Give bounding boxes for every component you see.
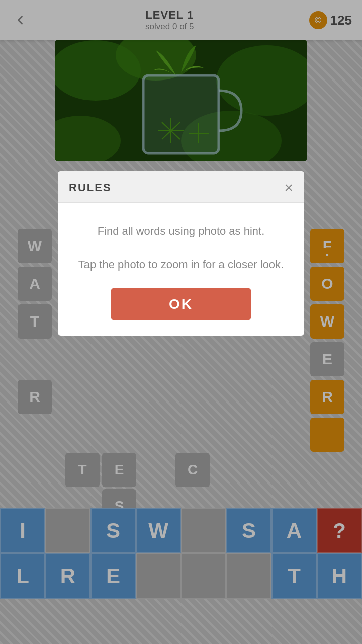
ok-button[interactable]: OK [111, 288, 251, 320]
modal-title: RULES [69, 181, 112, 194]
modal-body: Find all words using photo as hint. Tap … [58, 203, 304, 336]
rules-modal: RULES × Find all words using photo as hi… [58, 171, 304, 336]
ok-button-label: OK [169, 296, 193, 312]
close-button[interactable]: × [284, 180, 293, 195]
modal-text1: Find all words using photo as hint. Tap … [73, 223, 289, 273]
modal-header: RULES × [58, 171, 304, 203]
modal-overlay: RULES × Find all words using photo as hi… [0, 0, 362, 644]
